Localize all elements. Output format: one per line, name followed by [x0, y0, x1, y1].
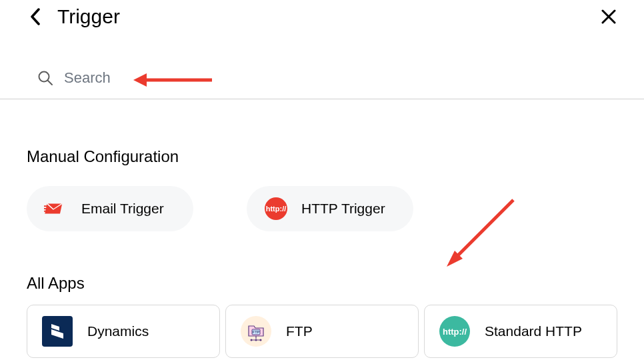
manual-config-heading: Manual Configuration — [0, 147, 644, 166]
app-label-standard-http: Standard HTTP — [485, 323, 582, 339]
app-label-dynamics: Dynamics — [87, 323, 149, 339]
http-trigger-card[interactable]: http:// HTTP Trigger — [247, 186, 413, 231]
chevron-left-icon — [30, 8, 41, 25]
email-trigger-card[interactable]: Email Trigger — [27, 186, 193, 231]
close-button[interactable] — [600, 8, 617, 25]
app-label-ftp: FTP — [286, 323, 313, 339]
svg-line-1 — [48, 81, 52, 85]
search-input[interactable] — [64, 69, 617, 87]
http-trigger-label: HTTP Trigger — [301, 201, 385, 217]
all-apps-heading: All Apps — [0, 274, 644, 293]
app-card-ftp[interactable]: FTP FTP — [225, 305, 419, 358]
svg-marker-15 — [447, 251, 463, 267]
svg-point-0 — [39, 72, 49, 82]
close-icon — [601, 9, 616, 24]
page-title: Trigger — [57, 5, 120, 28]
email-trigger-label: Email Trigger — [81, 201, 164, 217]
app-card-dynamics[interactable]: Dynamics — [27, 305, 220, 358]
email-send-icon — [44, 197, 68, 221]
http-badge-icon: http:// — [264, 197, 288, 221]
standard-http-icon: http:// — [439, 316, 470, 347]
ftp-icon: FTP — [241, 316, 271, 347]
search-icon — [37, 70, 53, 86]
svg-text:FTP: FTP — [253, 330, 260, 334]
app-card-standard-http[interactable]: http:// Standard HTTP — [424, 305, 617, 358]
dynamics-icon — [42, 316, 73, 347]
back-button[interactable] — [27, 8, 44, 25]
